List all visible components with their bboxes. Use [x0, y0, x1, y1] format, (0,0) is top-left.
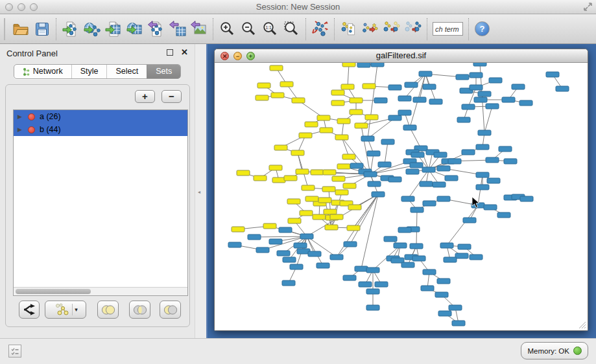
frame-minimize-icon[interactable]: −	[233, 52, 242, 60]
export-network-button[interactable]	[145, 17, 167, 41]
graph-node-blue[interactable]	[368, 181, 381, 187]
graph-node-blue[interactable]	[440, 243, 453, 248]
new-network-from-selection-button[interactable]	[338, 17, 359, 41]
frame-close-icon[interactable]: ✕	[221, 52, 229, 60]
graph-node-blue[interactable]	[457, 117, 470, 122]
graph-node-yellow[interactable]	[355, 123, 368, 128]
tab-sets[interactable]: Sets	[147, 65, 180, 78]
expand-triangle-icon[interactable]: ▶	[18, 126, 23, 133]
graph-node-yellow[interactable]	[313, 214, 326, 220]
graph-node-blue[interactable]	[470, 85, 483, 90]
graph-edge[interactable]	[385, 142, 388, 165]
chevron-down-icon[interactable]: ▾	[75, 306, 78, 313]
toolbar-grip[interactable]	[4, 18, 7, 40]
graph-node-yellow[interactable]	[270, 65, 283, 71]
graph-node-blue[interactable]	[478, 91, 491, 97]
graph-node-yellow[interactable]	[337, 164, 350, 169]
graph-node-blue[interactable]	[294, 243, 307, 248]
graph-node-blue[interactable]	[435, 292, 448, 297]
graph-node-yellow[interactable]	[342, 154, 355, 159]
apply-layout-button[interactable]	[309, 17, 331, 41]
graph-node-yellow[interactable]	[254, 176, 267, 181]
graph-node-yellow[interactable]	[291, 150, 304, 155]
save-session-button[interactable]	[31, 17, 53, 41]
graph-node-yellow[interactable]	[365, 115, 378, 120]
graph-node-blue[interactable]	[366, 267, 379, 273]
graph-node-blue[interactable]	[462, 150, 475, 155]
graph-node-blue[interactable]	[366, 305, 379, 310]
graph-node-yellow[interactable]	[274, 145, 287, 150]
graph-node-yellow[interactable]	[342, 63, 355, 67]
graph-node-blue[interactable]	[423, 84, 436, 89]
graph-node-yellow[interactable]	[332, 176, 345, 181]
graph-node-blue[interactable]	[269, 239, 282, 244]
graph-edge[interactable]	[410, 128, 421, 148]
graph-node-blue[interactable]	[398, 110, 411, 115]
graph-node-yellow[interactable]	[311, 170, 324, 175]
graph-node-yellow[interactable]	[317, 115, 330, 120]
graph-node-yellow[interactable]	[341, 84, 354, 89]
network-canvas[interactable]	[215, 63, 588, 330]
graph-node-blue[interactable]	[470, 255, 483, 260]
graph-node-blue[interactable]	[422, 167, 435, 172]
graph-node-blue[interactable]	[378, 162, 391, 167]
graph-node-yellow[interactable]	[331, 90, 344, 95]
graph-node-blue[interactable]	[384, 236, 397, 242]
graph-node-yellow[interactable]	[322, 187, 335, 192]
graph-node-blue[interactable]	[357, 63, 370, 67]
graph-node-blue[interactable]	[519, 100, 532, 106]
graph-node-blue[interactable]	[474, 97, 487, 102]
graph-node-blue[interactable]	[458, 244, 471, 249]
graph-node-blue[interactable]	[228, 242, 241, 247]
graph-node-yellow[interactable]	[347, 225, 360, 231]
graph-node-blue[interactable]	[366, 289, 379, 294]
graph-node-blue[interactable]	[367, 151, 380, 156]
graph-node-blue[interactable]	[388, 177, 401, 182]
graph-node-blue[interactable]	[489, 78, 502, 83]
graph-node-yellow[interactable]	[302, 185, 315, 190]
graph-node-blue[interactable]	[410, 244, 423, 249]
open-file-button[interactable]	[10, 17, 31, 41]
graph-node-blue[interactable]	[463, 218, 476, 223]
search-input[interactable]	[433, 22, 463, 36]
tab-select[interactable]: Select	[106, 65, 147, 78]
close-window-icon[interactable]	[5, 3, 13, 11]
graph-node-blue[interactable]	[476, 144, 489, 150]
graph-node-blue[interactable]	[497, 212, 510, 218]
graph-node-yellow[interactable]	[272, 177, 285, 183]
graph-node-blue[interactable]	[412, 256, 425, 261]
import-table-url-button[interactable]	[124, 17, 145, 41]
graph-node-yellow[interactable]	[325, 225, 338, 230]
graph-node-yellow[interactable]	[335, 190, 348, 195]
close-panel-icon[interactable]: ✕	[181, 47, 188, 57]
graph-node-blue[interactable]	[486, 104, 499, 109]
graph-node-blue[interactable]	[411, 207, 423, 212]
graph-node-yellow[interactable]	[287, 199, 300, 204]
graph-node-blue[interactable]	[423, 269, 436, 275]
graph-node-blue[interactable]	[290, 264, 303, 269]
import-network-url-button[interactable]	[81, 17, 102, 41]
help-button[interactable]: ?	[475, 21, 490, 36]
graph-node-blue[interactable]	[361, 136, 374, 141]
graph-node-yellow[interactable]	[330, 214, 343, 220]
float-panel-icon[interactable]	[167, 49, 173, 56]
intersect-sets-button[interactable]	[129, 301, 150, 319]
graph-edge[interactable]	[484, 106, 492, 133]
extend-selection-button[interactable]	[381, 17, 402, 41]
graph-node-blue[interactable]	[476, 185, 489, 190]
network-graph[interactable]	[215, 63, 588, 330]
graph-node-blue[interactable]	[487, 178, 500, 183]
graph-node-blue[interactable]	[437, 279, 450, 284]
graph-node-blue[interactable]	[374, 98, 387, 103]
graph-node-blue[interactable]	[484, 205, 497, 210]
graph-node-yellow[interactable]	[296, 169, 309, 174]
graph-node-blue[interactable]	[444, 257, 457, 262]
network-frame-titlebar[interactable]: ✕ − + galFiltered.sif	[215, 49, 588, 63]
memory-status-button[interactable]: Memory: OK	[521, 342, 588, 359]
tab-style[interactable]: Style	[71, 65, 107, 78]
graph-node-blue[interactable]	[473, 63, 486, 66]
graph-node-yellow[interactable]	[350, 109, 363, 115]
import-network-file-button[interactable]	[60, 17, 81, 41]
graph-edge[interactable]	[348, 64, 349, 87]
set-list-item[interactable]: ▶b (44)	[14, 123, 187, 136]
